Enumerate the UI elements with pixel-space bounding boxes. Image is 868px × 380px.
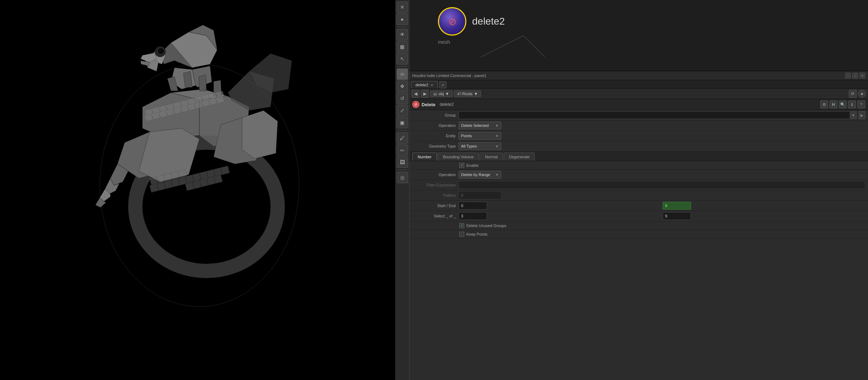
entity-value: Points ▼ bbox=[459, 132, 865, 140]
nav-roots-icon: 🏷 bbox=[457, 92, 461, 96]
enable-checkbox[interactable] bbox=[459, 163, 464, 168]
tab-bounding-volume-label: Bounding Volume bbox=[443, 155, 474, 159]
minimize-btn[interactable]: ─ bbox=[845, 73, 851, 78]
move-tool-btn[interactable]: ✥ bbox=[397, 81, 408, 92]
start-field-container bbox=[459, 202, 661, 210]
entity-dropdown-arrow: ▼ bbox=[495, 134, 499, 138]
keep-points-row: Keep Points bbox=[409, 230, 868, 238]
pattern-label: Pattern bbox=[412, 193, 459, 197]
geometry-type-dropdown[interactable]: All Types ▼ bbox=[459, 142, 501, 150]
nav-obj-arrow: ▼ bbox=[445, 92, 449, 96]
of-input[interactable] bbox=[663, 212, 691, 220]
nav-circle-btn[interactable]: ● bbox=[858, 90, 866, 98]
group-input-arrow[interactable]: ▼ bbox=[850, 112, 856, 119]
header-info-btn[interactable]: ℹ bbox=[848, 101, 856, 108]
dot-tool-btn[interactable]: ● bbox=[397, 14, 408, 25]
tab-bounding-volume[interactable]: Bounding Volume bbox=[438, 153, 479, 161]
select-of-value bbox=[459, 212, 865, 220]
end-input[interactable] bbox=[663, 202, 691, 210]
tab-add-btn[interactable]: + bbox=[439, 81, 446, 88]
viewport bbox=[0, 0, 395, 380]
close-win-btn[interactable]: ✕ bbox=[859, 73, 865, 78]
nav-roots-dropdown[interactable]: 🏷 Roots ▼ bbox=[454, 91, 481, 97]
group-right-arrow-btn[interactable]: ▶ bbox=[859, 111, 865, 119]
pattern-row: Pattern bbox=[409, 190, 868, 201]
cursor-tool-btn[interactable]: ↖ bbox=[397, 53, 408, 65]
abc-tool-btn[interactable]: abc bbox=[397, 144, 408, 156]
pattern-input bbox=[459, 191, 501, 199]
sub-operation-dropdown[interactable]: Delete by Range ▼ bbox=[459, 171, 501, 179]
node-header: ⊘ Group Delete delete2 ⚙ H 🔍 ℹ ? bbox=[409, 99, 868, 110]
window-controls: ─ □ ✕ bbox=[845, 73, 865, 78]
select-of-row: Select _ of _ bbox=[409, 211, 868, 221]
start-end-value bbox=[459, 202, 865, 210]
operation-row: Operation Delete Selected ▼ bbox=[409, 120, 868, 131]
nav-right: ⟳ ● bbox=[849, 90, 866, 98]
enable-row: Enable bbox=[409, 161, 868, 170]
header-help-btn[interactable]: ? bbox=[857, 101, 865, 108]
nav-roots-arrow: ▼ bbox=[474, 92, 478, 96]
sub-operation-label: Operation bbox=[412, 173, 459, 177]
right-panel: delete2 mesh Houdini Indie Limited-Comme… bbox=[409, 0, 868, 380]
restore-btn[interactable]: □ bbox=[852, 73, 858, 78]
nav-forward-btn[interactable]: ▶ bbox=[421, 90, 429, 98]
nav-back-btn[interactable]: ◀ bbox=[412, 90, 419, 98]
nav-bar: ◀ ▶ 🗂 obj ▼ 🏷 Roots ▼ ⟳ ● bbox=[409, 89, 868, 99]
tab-delete2[interactable]: delete2 ✕ bbox=[411, 81, 438, 88]
node-type-icon: ⊘ bbox=[412, 101, 419, 108]
tab-number[interactable]: Number bbox=[412, 153, 437, 161]
select-input[interactable] bbox=[459, 212, 487, 220]
nav-roots-label: Roots bbox=[462, 92, 473, 96]
grid-tool-btn[interactable]: ▦ bbox=[397, 41, 408, 52]
image-tool-btn[interactable]: 🖼 bbox=[397, 156, 408, 168]
start-input[interactable] bbox=[459, 202, 487, 210]
operation-dropdown[interactable]: Delete Selected ▼ bbox=[459, 122, 501, 129]
select-tool-btn[interactable]: ▣ bbox=[397, 117, 408, 128]
keep-points-checkbox[interactable] bbox=[459, 232, 464, 237]
delete-unused-groups-row: Delete Unused Groups bbox=[409, 221, 868, 230]
svg-marker-28 bbox=[242, 111, 278, 159]
delete-unused-groups-checkbox[interactable] bbox=[459, 223, 464, 228]
end-field-container bbox=[663, 202, 865, 210]
nav-connect-btn[interactable]: ⟳ bbox=[849, 90, 857, 98]
tab-normal[interactable]: Normal bbox=[480, 153, 503, 161]
filter-expression-value bbox=[459, 181, 865, 189]
globe-tool-btn[interactable]: ◎ bbox=[397, 172, 408, 183]
select-of-label: Select _ of _ bbox=[412, 214, 459, 218]
window-chrome: Houdini Indie Limited-Commercial - panel… bbox=[409, 71, 868, 80]
header-search-btn[interactable]: 🔍 bbox=[839, 101, 847, 108]
geometry-type-row: Geometry Type All Types ▼ bbox=[409, 141, 868, 152]
select-field-container bbox=[459, 212, 661, 220]
geometry-type-label: Geometry Type bbox=[412, 144, 459, 148]
properties-panel: ⊘ Group Delete delete2 ⚙ H 🔍 ℹ ? Group ▼… bbox=[409, 99, 868, 380]
entity-dropdown[interactable]: Points ▼ bbox=[459, 132, 501, 140]
eye-tool-btn[interactable]: 👁 bbox=[397, 29, 408, 40]
operation-label: Operation bbox=[412, 123, 459, 128]
tab-delete2-close[interactable]: ✕ bbox=[430, 83, 433, 87]
sub-operation-row: Operation Delete by Range ▼ bbox=[409, 170, 868, 180]
nav-path: 🗂 obj ▼ 🏷 Roots ▼ bbox=[430, 91, 847, 97]
nav-obj-dropdown[interactable]: 🗂 obj ▼ bbox=[430, 91, 453, 97]
scale-tool-btn[interactable]: ⤢ bbox=[397, 105, 408, 116]
tab-degenerate-label: Degenerate bbox=[509, 155, 530, 159]
tab-degenerate[interactable]: Degenerate bbox=[504, 153, 535, 161]
close-tool-btn[interactable]: ✕ bbox=[397, 1, 408, 13]
enable-label: Enable bbox=[466, 163, 479, 168]
number-12-btn[interactable]: 12 bbox=[397, 68, 408, 80]
entity-row: Entity Points ▼ bbox=[409, 131, 868, 141]
entity-selected: Points bbox=[461, 134, 472, 138]
header-h-btn[interactable]: H bbox=[830, 101, 837, 108]
rotate-tool-btn[interactable]: ↺ bbox=[397, 93, 408, 104]
geometry-type-arrow: ▼ bbox=[495, 144, 499, 148]
group-input-container[interactable]: ▼ bbox=[459, 111, 857, 119]
prop-tabs: Number Bounding Volume Normal Degenerate bbox=[409, 152, 868, 161]
group-input[interactable] bbox=[459, 112, 850, 118]
paint-tool-btn[interactable]: 🖊 bbox=[397, 132, 408, 144]
svg-point-18 bbox=[158, 48, 164, 54]
node-graph-area[interactable]: delete2 mesh bbox=[409, 0, 868, 71]
svg-line-74 bbox=[481, 36, 523, 57]
node-title-display: delete2 bbox=[472, 16, 505, 27]
header-gear-btn[interactable]: ⚙ bbox=[820, 101, 828, 108]
tab-normal-label: Normal bbox=[485, 155, 497, 159]
node-header-type: Delete bbox=[422, 102, 435, 107]
